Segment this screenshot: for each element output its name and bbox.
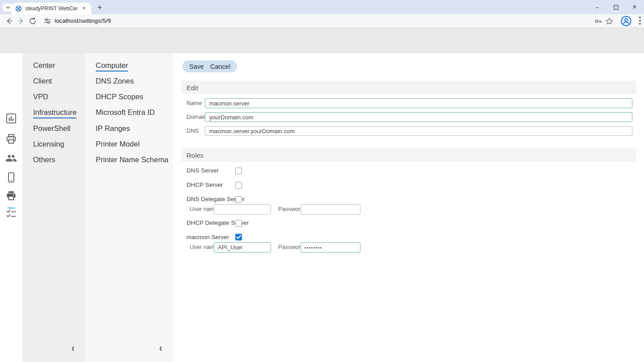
- dhcp-server-role-label: DHCP Server: [186, 181, 223, 189]
- dns-server-role-label: DNS Server: [186, 167, 219, 174]
- dns-field[interactable]: [205, 126, 632, 136]
- reload-button[interactable]: [28, 17, 37, 25]
- macmon-server-checkbox[interactable]: [235, 234, 242, 240]
- new-tab-button[interactable]: +: [94, 2, 106, 14]
- dns-delegate-username-field[interactable]: [214, 204, 271, 215]
- bar-chart-icon[interactable]: [5, 113, 17, 124]
- domain-field[interactable]: [205, 112, 632, 122]
- browser-profile-icon[interactable]: [621, 16, 631, 26]
- forward-button[interactable]: [17, 17, 25, 25]
- main-content: Save Cancel Edit Name Domain DNS Roles D…: [173, 53, 644, 362]
- dns-server-checkbox[interactable]: [235, 168, 242, 174]
- sidebar-item-vpd[interactable]: VPD: [33, 93, 48, 101]
- dns-delegate-server-checkbox[interactable]: [235, 196, 242, 203]
- submenu-item-dhcp-scopes[interactable]: DHCP Scopes: [96, 93, 143, 101]
- submenu-item-dns-zones[interactable]: DNS Zones: [96, 77, 134, 85]
- icon-rail: vName: [0, 53, 22, 362]
- submenu: Computer DNS Zones DHCP Scopes Microsoft…: [85, 53, 173, 362]
- macmon-server-role-label: macmon Server: [186, 234, 229, 241]
- app-header: steadyPRINT™ INTELLIGENT OUTPUT SOLUTION…: [0, 28, 644, 53]
- sidebar-item-infrastructure[interactable]: Infrastructure: [33, 108, 76, 118]
- sidebar-item-client[interactable]: Client: [33, 77, 52, 85]
- window-controls: – ×: [588, 0, 644, 14]
- chevron-down-icon: [6, 5, 10, 10]
- favicon-icon: [15, 5, 22, 12]
- window-minimize-button[interactable]: –: [588, 0, 606, 14]
- edit-section-header: Edit: [181, 81, 636, 94]
- mobile-device-icon[interactable]: [5, 172, 17, 183]
- sidebar-item-center[interactable]: Center: [33, 61, 55, 70]
- name-field-label: Name: [186, 98, 202, 108]
- browser-tab-strip: steadyPRINT WebCenter × + – ×: [0, 0, 644, 14]
- dhcp-server-checkbox[interactable]: [235, 182, 242, 189]
- submenu-collapse-button[interactable]: ‹: [159, 342, 162, 355]
- sidebar-menu: Center Client VPD Infrastructure PowerSh…: [22, 53, 85, 362]
- url-bar[interactable]: localhost/settings/5/9: [55, 17, 111, 24]
- domain-field-label: Domain: [186, 112, 207, 122]
- sidebar-item-licensing[interactable]: Licensing: [33, 140, 64, 148]
- vname-printer-icon[interactable]: [5, 190, 17, 202]
- browser-tab[interactable]: steadyPRINT WebCenter ×: [12, 3, 91, 14]
- dns-field-label: DNS: [186, 126, 199, 136]
- submenu-item-printer-model[interactable]: Printer Model: [96, 140, 140, 148]
- dhcp-delegate-server-checkbox[interactable]: [235, 220, 242, 227]
- submenu-item-microsoft-entra-id[interactable]: Microsoft Entra ID: [96, 108, 155, 117]
- printer-icon[interactable]: [5, 133, 17, 145]
- submenu-item-printer-name-schema[interactable]: Printer Name Schema: [96, 156, 168, 164]
- cancel-button[interactable]: Cancel: [203, 60, 237, 72]
- window-maximize-button[interactable]: [606, 0, 625, 14]
- browser-menu-icon[interactable]: •••: [639, 16, 641, 25]
- macmon-username-field[interactable]: [214, 242, 271, 253]
- submenu-item-ip-ranges[interactable]: IP Ranges: [96, 124, 130, 133]
- dns-delegate-password-field[interactable]: [301, 204, 360, 215]
- sidebar-item-powershell[interactable]: PowerShell: [33, 124, 70, 133]
- site-settings-icon[interactable]: [44, 17, 51, 25]
- name-field[interactable]: [205, 98, 632, 108]
- sidebar-collapse-button[interactable]: ‹: [72, 342, 74, 355]
- checklist-icon[interactable]: [5, 208, 17, 219]
- dns-delegate-password-label: Password: [278, 204, 304, 214]
- bookmark-star-icon[interactable]: [605, 17, 614, 25]
- users-icon[interactable]: [5, 152, 17, 164]
- macmon-password-field[interactable]: [301, 242, 360, 253]
- tab-title: steadyPRINT WebCenter: [25, 5, 77, 12]
- sidebar-item-others[interactable]: Others: [33, 156, 55, 164]
- submenu-item-computer[interactable]: Computer: [96, 61, 128, 72]
- tab-close-icon[interactable]: ×: [80, 5, 88, 12]
- maximize-icon: [614, 5, 619, 10]
- password-key-icon[interactable]: [594, 17, 602, 25]
- window-close-button[interactable]: ×: [625, 0, 644, 14]
- back-button[interactable]: [4, 17, 13, 25]
- roles-section-header: Roles: [181, 148, 636, 162]
- macmon-password-label: Password: [278, 242, 304, 252]
- check-icon: [236, 235, 241, 239]
